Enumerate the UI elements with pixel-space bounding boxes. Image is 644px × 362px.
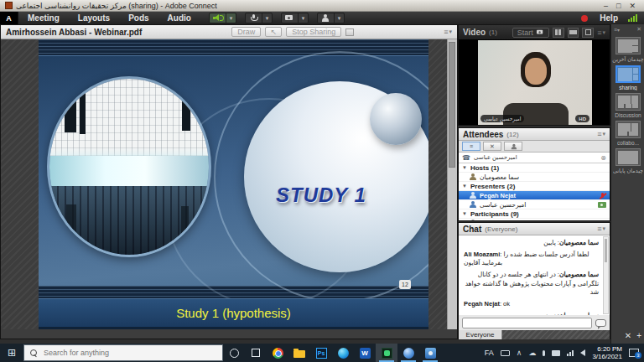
group-header-participants[interactable]: ▼ Participants (9)	[459, 209, 610, 219]
layout-item[interactable]: چیدمان پایانی	[611, 148, 644, 174]
presentation-slide: STUDY 1 12 Study 1 (hypothesis)	[39, 39, 428, 329]
group-header-hosts[interactable]: ▼ Hosts (1)	[459, 163, 610, 173]
minimize-icon[interactable]: –	[604, 2, 608, 10]
menu-layouts[interactable]: Layouts	[69, 12, 119, 24]
layouts-sidebar: ≡▾ ✕ چیدمان آخرین sharing Discussion	[610, 24, 644, 344]
menu-icon: ≡	[597, 130, 601, 138]
browser-app-button[interactable]	[397, 344, 419, 362]
fullscreen-icon[interactable]	[345, 28, 354, 36]
tray-folder-icon[interactable]	[552, 350, 560, 356]
pointer-button[interactable]: ↖	[265, 27, 282, 37]
taskbar-clock[interactable]: 6:20 PM 3/16/2021	[592, 345, 622, 360]
hd-badge: HD	[575, 115, 589, 122]
layout-thumbnail[interactable]	[615, 148, 641, 166]
language-indicator[interactable]: FA	[485, 349, 494, 357]
chat-pod-menu[interactable]: ≡ ▾	[597, 225, 605, 233]
file-explorer-button[interactable]	[288, 344, 310, 362]
connection-signal-icon[interactable]	[628, 14, 637, 22]
menu-audio[interactable]: Audio	[158, 12, 200, 24]
attendee-status-view-button[interactable]	[504, 142, 522, 151]
attendee-row-selected[interactable]: Pegah Nejat	[459, 191, 610, 200]
group-header-presenters[interactable]: ▼ Presenters (2)	[459, 182, 610, 191]
edge-button[interactable]	[332, 344, 354, 362]
webcam-dropdown[interactable]: ▾	[299, 13, 308, 23]
menu-help[interactable]: Help	[600, 13, 618, 23]
share-pod-menu[interactable]: ≡ ▾	[444, 28, 452, 36]
chat-message: سما معصومیان: در انتهای هر جلسه در دو کا…	[464, 271, 599, 296]
stop-sharing-button[interactable]: Stop Sharing	[286, 27, 341, 37]
attendee-row[interactable]: امیرحسین عباسی	[459, 200, 610, 209]
app-icon	[5, 2, 13, 9]
chat-scrollbar-thumb[interactable]	[605, 239, 607, 262]
filmstrip-view-button[interactable]	[568, 28, 579, 38]
start-button[interactable]: ⊞	[0, 344, 23, 362]
microphone-dropdown[interactable]: ▾	[262, 13, 272, 23]
grid-view-button[interactable]	[553, 28, 564, 38]
layout-thumbnail[interactable]	[615, 37, 641, 54]
close-icon[interactable]: ✕	[629, 2, 636, 10]
attendee-row[interactable]: سما معصومیان	[459, 173, 610, 182]
attendee-row[interactable]: Ali Moazami	[459, 219, 610, 221]
share-scrollbar-thumb[interactable]	[449, 42, 455, 168]
dismiss-icon[interactable]: ⊗	[600, 154, 606, 162]
send-message-icon[interactable]	[595, 319, 606, 327]
layout-item[interactable]: Discussion	[611, 93, 644, 118]
status-dropdown[interactable]: ▾	[335, 13, 344, 23]
attendee-list-view-button[interactable]: ≡	[462, 142, 480, 151]
cortana-button[interactable]	[223, 344, 245, 362]
onedrive-cloud-icon[interactable]: ☁	[528, 349, 536, 357]
layout-thumbnail[interactable]	[615, 121, 641, 138]
close-layout-icon[interactable]: ✕	[625, 331, 631, 340]
network-icon[interactable]	[567, 350, 574, 356]
person-icon	[510, 143, 516, 148]
chrome-button[interactable]	[267, 344, 288, 362]
slide-heading: STUDY 1	[276, 184, 366, 207]
microphone-control[interactable]: ▾	[245, 13, 273, 23]
chat-input[interactable]	[462, 318, 592, 328]
microphone-tray-icon[interactable]	[543, 350, 545, 356]
keyboard-icon[interactable]	[501, 350, 510, 356]
photoshop-icon: Ps	[316, 348, 327, 359]
layouts-bar-close-icon[interactable]: ✕	[636, 26, 641, 33]
start-webcam-button[interactable]: Start	[512, 28, 549, 38]
taskbar-search[interactable]	[23, 344, 223, 361]
layout-thumbnail[interactable]	[615, 93, 641, 111]
slide-sphere	[370, 93, 422, 145]
settings-app-button[interactable]	[419, 344, 441, 362]
menu-meeting[interactable]: Meeting	[18, 12, 69, 24]
video-fullscreen-button[interactable]	[582, 28, 594, 38]
menu-pods[interactable]: Pods	[119, 12, 158, 24]
video-pod-menu[interactable]: ≡ ▾	[597, 28, 605, 37]
tab-everyone[interactable]: Everyone	[459, 330, 502, 339]
share-scrollbar[interactable]	[447, 39, 457, 329]
add-layout-icon[interactable]: +	[636, 331, 641, 340]
adobe-connect-taskbar-button[interactable]	[376, 344, 397, 362]
chat-message: Pegah Nejat: ok	[464, 300, 599, 308]
layout-item[interactable]: collabo...	[611, 121, 644, 146]
layouts-bar-menu[interactable]: ≡▾	[614, 27, 620, 33]
chat-scrollbar[interactable]	[603, 236, 609, 314]
collapse-icon: ▼	[462, 211, 467, 216]
hidden-icons-chevron[interactable]: ∧	[517, 349, 522, 357]
webcam-icon	[285, 14, 293, 22]
chat-scope: (Everyone)	[485, 225, 517, 233]
volume-icon[interactable]	[580, 349, 585, 356]
status-control[interactable]: ▾	[317, 13, 345, 23]
layout-item[interactable]: چیدمان آخرین	[611, 37, 644, 63]
action-center-icon[interactable]: 3	[629, 349, 639, 357]
draw-button[interactable]: Draw	[231, 27, 261, 37]
photoshop-button[interactable]: Ps	[310, 344, 332, 362]
speaker-control[interactable]: ▾	[209, 13, 236, 23]
layout-item-selected[interactable]: sharing	[611, 65, 644, 90]
word-button[interactable]: W	[354, 344, 376, 362]
speaker-dropdown[interactable]: ▾	[226, 13, 236, 23]
adobe-connect-window: مرکز تحقیقات روانشناسی اجتماعی (sharing)…	[0, 0, 644, 362]
layout-thumbnail[interactable]	[615, 65, 641, 83]
breakout-view-button[interactable]: ✕	[483, 142, 501, 151]
attendees-pod-menu[interactable]: ≡ ▾	[597, 130, 605, 138]
search-input[interactable]	[42, 348, 193, 358]
slide-caption: Study 1 (hypothesis)	[176, 306, 291, 320]
task-view-button[interactable]	[245, 344, 267, 362]
webcam-control[interactable]: ▾	[281, 13, 309, 23]
maximize-icon[interactable]: □	[616, 2, 621, 10]
